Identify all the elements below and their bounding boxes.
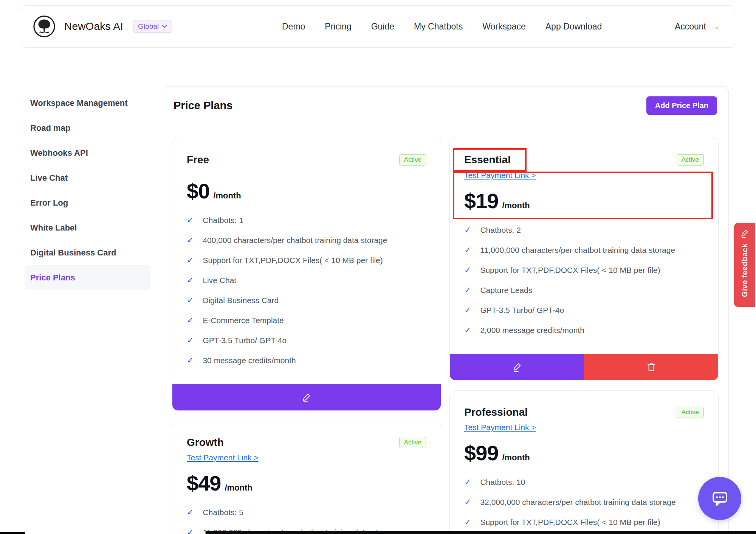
feature-item: ✓Chatbots: 10 — [464, 477, 704, 488]
feature-text: Capture Leads — [480, 285, 532, 296]
feature-text: 400,000 characters/per chatbot training … — [203, 235, 387, 246]
check-icon: ✓ — [187, 275, 194, 286]
plan-card-essential: EssentialActiveTest Payment Link >$19/mo… — [449, 138, 719, 381]
top-navbar: NewOaks AI Global DemoPricingGuideMy Cha… — [21, 5, 735, 48]
feedback-label: Give feedback — [741, 243, 749, 297]
check-icon: ✓ — [187, 527, 194, 534]
feature-item: ✓GPT-3.5 Turbo/ GPT-4o — [187, 335, 426, 346]
price-row: $0/month — [187, 181, 241, 202]
plan-price: $0 — [187, 181, 209, 202]
test-payment-link[interactable]: Test Payment Link > — [187, 453, 259, 462]
brand-name: NewOaks AI — [64, 20, 123, 33]
check-icon: ✓ — [187, 295, 194, 306]
bottom-edge-artifact-main — [206, 531, 756, 534]
arrow-right-icon: → — [711, 21, 720, 32]
plan-title-wrap: Growth — [187, 436, 224, 449]
bottom-edge-artifact-left — [0, 532, 25, 534]
feature-list: ✓Chatbots: 2✓11,000,000 characters/per c… — [464, 224, 704, 345]
price-row: $99/month — [464, 443, 530, 464]
price-row: $49/month — [187, 473, 253, 494]
check-icon: ✓ — [464, 285, 471, 296]
feature-text: Chatbots: 2 — [480, 224, 521, 235]
feature-item: ✓32,000,000 characters/per chatbot train… — [464, 497, 704, 508]
sidebar-item-digital-business-card[interactable]: Digital Business Card — [25, 240, 151, 265]
region-label: Global — [138, 22, 159, 31]
sidebar-item-workspace-management[interactable]: Workspace Management — [25, 91, 151, 116]
plan-actions — [450, 354, 718, 380]
status-badge: Active — [399, 154, 426, 166]
plan-card-free: FreeActive$0/month✓Chatbots: 1✓400,000 c… — [172, 138, 441, 411]
annotation-box-title: Essential — [464, 153, 511, 166]
check-icon: ✓ — [464, 224, 471, 235]
sidebar-item-webhooks-api[interactable]: Webhooks API — [25, 141, 151, 166]
feature-list: ✓Chatbots: 10✓32,000,000 characters/per … — [464, 477, 704, 534]
edit-plan-button[interactable] — [450, 354, 584, 380]
plan-price: $19 — [464, 190, 498, 212]
add-price-plan-button[interactable]: Add Price Plan — [646, 96, 717, 115]
nav-link-guide[interactable]: Guide — [371, 22, 394, 32]
sidebar-item-white-label[interactable]: White Label — [25, 215, 151, 240]
sidebar-item-road-map[interactable]: Road map — [25, 116, 151, 141]
plan-card-header: FreeActive — [187, 153, 426, 166]
brand: NewOaks AI Global — [33, 6, 172, 47]
nav-link-demo[interactable]: Demo — [282, 22, 305, 32]
check-icon: ✓ — [464, 265, 471, 276]
sidebar-item-error-log[interactable]: Error Log — [25, 190, 151, 215]
page: NewOaks AI Global DemoPricingGuideMy Cha… — [0, 0, 756, 534]
plan-card-header: EssentialActive — [464, 153, 704, 166]
feature-text: Chatbots: 5 — [203, 507, 243, 518]
trash-icon — [646, 362, 657, 372]
feature-text: Live Chat — [203, 275, 236, 286]
plan-period: /month — [213, 191, 241, 201]
chevron-down-icon — [162, 25, 167, 28]
give-feedback-tab[interactable]: Give feedback — [734, 223, 755, 307]
plan-title: Professional — [464, 406, 528, 419]
check-icon: ✓ — [187, 335, 194, 346]
pencil-icon — [512, 362, 522, 372]
nav-link-pricing[interactable]: Pricing — [325, 22, 351, 32]
price-wrap: $0/month — [187, 166, 426, 202]
feature-text: Digital Business Card — [203, 295, 279, 306]
plan-card-growth: GrowthActiveTest Payment Link >$49/month… — [172, 421, 441, 534]
price-wrap: $49/month — [187, 462, 426, 494]
check-icon: ✓ — [187, 315, 194, 326]
plan-title-wrap: Free — [187, 153, 209, 166]
feature-text: GPT-3.5 Turbo/ GPT-4o — [480, 305, 564, 316]
nav-link-workspace[interactable]: Workspace — [482, 22, 526, 32]
sidebar-item-price-plans[interactable]: Price Plans — [25, 265, 151, 290]
feature-text: 11,000,000 characters/per chatbot traini… — [480, 245, 675, 255]
region-selector[interactable]: Global — [133, 20, 172, 33]
plan-card-header: ProfessionalActive — [464, 406, 704, 419]
nav-link-app-download[interactable]: App Download — [545, 22, 602, 32]
test-payment-link[interactable]: Test Payment Link > — [464, 423, 536, 432]
check-icon: ✓ — [464, 517, 471, 528]
chat-widget-button[interactable] — [698, 477, 741, 520]
check-icon: ✓ — [187, 235, 194, 246]
account-menu[interactable]: Account → — [675, 6, 720, 47]
feature-item: ✓Support for TXT,PDF,DOCX Files( < 10 MB… — [464, 265, 704, 276]
plan-card-header: GrowthActive — [187, 436, 426, 449]
edit-plan-button[interactable] — [172, 384, 441, 410]
feature-list: ✓Chatbots: 1✓400,000 characters/per chat… — [187, 215, 426, 375]
panel-header: Price Plans Add Price Plan — [162, 87, 728, 125]
page-title: Price Plans — [174, 99, 232, 112]
feature-item: ✓2,000 message credits/month — [464, 325, 704, 336]
sidebar-item-live-chat[interactable]: Live Chat — [25, 166, 151, 190]
feature-text: GPT-3.5 Turbo/ GPT-4o — [203, 335, 287, 346]
plan-title: Essential — [464, 153, 511, 166]
delete-plan-button[interactable] — [584, 354, 718, 380]
newoaks-logo-icon — [33, 15, 56, 38]
feature-item: ✓30 message credits/month — [187, 355, 426, 366]
feature-item: ✓Chatbots: 2 — [464, 224, 704, 235]
nav-link-my-chatbots[interactable]: My Chatbots — [414, 22, 463, 32]
plan-price: $99 — [464, 443, 498, 464]
plan-title: Free — [187, 153, 209, 166]
test-payment-link[interactable]: Test Payment Link > — [464, 171, 536, 180]
plan-period: /month — [502, 201, 530, 211]
plan-column-2: EssentialActiveTest Payment Link >$19/mo… — [449, 138, 719, 534]
check-icon: ✓ — [464, 497, 471, 508]
feature-text: Support for TXT,PDF,DOCX Files( < 10 MB … — [480, 265, 660, 276]
feature-text: Support for TXT,PDF,DOCX Files( < 10 MB … — [480, 517, 660, 528]
account-label: Account — [675, 22, 706, 32]
check-icon: ✓ — [187, 507, 194, 518]
